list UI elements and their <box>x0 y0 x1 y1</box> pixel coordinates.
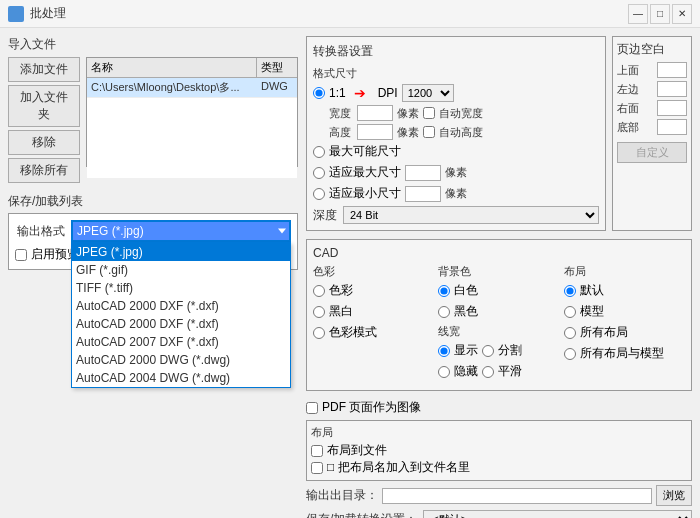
line-hide-row: 隐藏 平滑 <box>438 363 559 380</box>
format-option-0[interactable]: JPEG (*.jpg) <box>72 243 290 261</box>
margin-bottom-input[interactable]: 0 <box>657 119 687 135</box>
format-option-2[interactable]: TIFF (*.tiff) <box>72 279 290 297</box>
height-row: 高度 480 像素 自动高度 <box>329 124 599 140</box>
auto-width-checkbox[interactable] <box>423 107 435 119</box>
cad-color-radio[interactable] <box>313 285 325 297</box>
cad-colormode-radio[interactable] <box>313 327 325 339</box>
close-button[interactable]: ✕ <box>672 4 692 24</box>
selected-format-text: JPEG (*.jpg) <box>77 224 144 238</box>
layout-name-checkbox[interactable] <box>311 462 323 474</box>
cad-black-radio-row: 黑色 <box>438 303 559 320</box>
cad-black-radio[interactable] <box>438 306 450 318</box>
format-option-4[interactable]: AutoCAD 2000 DXF (*.dxf) <box>72 315 290 333</box>
browse-button[interactable]: 浏览 <box>656 485 692 506</box>
save-section-label: 保存/加载列表 <box>8 193 298 210</box>
fit-max-input[interactable]: 640 <box>405 165 441 181</box>
height-input[interactable]: 480 <box>357 124 393 140</box>
fit-min-radio[interactable] <box>313 188 325 200</box>
depth-select[interactable]: 24 Bit 1 Bit 8 Bit 16 Bit 32 Bit <box>343 206 599 224</box>
output-row: 输出出目录： C:\Users\Mloong\Documents\CADEdit… <box>306 485 692 506</box>
cad-color-label: 色彩 <box>329 282 353 299</box>
col-name: 名称 <box>87 58 257 77</box>
ratio-1-1-label: 1:1 <box>329 86 346 100</box>
cad-bw-radio[interactable] <box>313 306 325 318</box>
width-input[interactable]: 640 <box>357 105 393 121</box>
import-buttons: 添加文件 加入文件夹 移除 移除所有 <box>8 57 80 183</box>
customize-button[interactable]: 自定义 <box>617 142 687 163</box>
minimize-button[interactable]: — <box>628 4 648 24</box>
table-body: C:\Users\Mloong\Desktop\多... DWG <box>87 78 297 178</box>
line-show-radio[interactable] <box>438 345 450 357</box>
converter-title: 转换器设置 <box>313 43 599 60</box>
fit-min-input[interactable]: 480 <box>405 186 441 202</box>
add-file-button[interactable]: 添加文件 <box>8 57 80 82</box>
format-option-7[interactable]: AutoCAD 2004 DWG (*.dwg) <box>72 369 290 387</box>
margin-right-row: 右面 0 <box>617 100 687 116</box>
import-label: 导入文件 <box>8 36 298 53</box>
line-flat-radio[interactable] <box>482 366 494 378</box>
layout-to-file-label: 布局到文件 <box>327 442 387 459</box>
format-dropdown[interactable]: JPEG (*.jpg) JPEG (*.jpg) GIF (*.gif) TI… <box>71 220 291 242</box>
bottom-section: PDF 页面作为图像 布局 布局到文件 □ 把布局名加入到文件名里 输出出目录：… <box>306 399 692 518</box>
ratio-1-1-radio[interactable] <box>313 87 325 99</box>
format-option-6[interactable]: AutoCAD 2000 DWG (*.dwg) <box>72 351 290 369</box>
layout-all-radio[interactable] <box>564 327 576 339</box>
width-unit: 像素 <box>397 106 419 121</box>
file-path: C:\Users\Mloong\Desktop\多... <box>87 78 257 97</box>
cad-bw-radio-row: 黑白 <box>313 303 434 320</box>
format-option-1[interactable]: GIF (*.gif) <box>72 261 290 279</box>
cad-black-label: 黑色 <box>454 303 478 320</box>
remove-button[interactable]: 移除 <box>8 130 80 155</box>
format-row: 输出格式 JPEG (*.jpg) JPEG (*.jpg) GIF (*.gi… <box>15 220 291 242</box>
cad-white-radio-row: 白色 <box>438 282 559 299</box>
dpi-select[interactable]: 1200 600 300 150 96 72 <box>402 84 454 102</box>
window-controls: — □ ✕ <box>628 4 692 24</box>
right-top: 转换器设置 格式尺寸 1:1 ➔ DPI 1200 600 300 150 96 <box>306 36 692 231</box>
layout-model-radio[interactable] <box>564 306 576 318</box>
line-split-label: 分割 <box>498 342 522 359</box>
margin-top-row: 上面 0 <box>617 62 687 78</box>
pdf-checkbox[interactable] <box>306 402 318 414</box>
right-panel: 转换器设置 格式尺寸 1:1 ➔ DPI 1200 600 300 150 96 <box>306 36 692 510</box>
save-config-select[interactable]: <默认> <box>423 510 692 518</box>
output-path-input[interactable]: C:\Users\Mloong\Documents\CADEditorX 14\… <box>382 488 652 504</box>
margin-top-input[interactable]: 0 <box>657 62 687 78</box>
cad-color-radio-row: 色彩 <box>313 282 434 299</box>
layout-all-model-radio[interactable] <box>564 348 576 360</box>
line-hide-radio[interactable] <box>438 366 450 378</box>
layout-default-radio[interactable] <box>564 285 576 297</box>
table-row[interactable]: C:\Users\Mloong\Desktop\多... DWG <box>87 78 297 98</box>
layout-default-label: 默认 <box>580 282 604 299</box>
margin-left-input[interactable]: 0 <box>657 81 687 97</box>
cad-white-radio[interactable] <box>438 285 450 297</box>
fit-max-radio[interactable] <box>313 167 325 179</box>
fit-min-row: 适应最小尺寸 480 像素 <box>313 185 599 202</box>
save-config-row: 保存/加载转换设置： <默认> <box>306 510 692 518</box>
line-hide-label: 隐藏 <box>454 363 478 380</box>
title-bar: 批处理 — □ ✕ <box>0 0 700 28</box>
preview-checkbox[interactable] <box>15 249 27 261</box>
dropdown-selected[interactable]: JPEG (*.jpg) <box>71 220 291 242</box>
remove-all-button[interactable]: 移除所有 <box>8 158 80 183</box>
height-unit: 像素 <box>397 125 419 140</box>
window-title: 批处理 <box>30 5 66 22</box>
format-option-3[interactable]: AutoCAD 2000 DXF (*.dxf) <box>72 297 290 315</box>
format-option-5[interactable]: AutoCAD 2007 DXF (*.dxf) <box>72 333 290 351</box>
cad-colormode-radio-row: 色彩模式 <box>313 324 434 341</box>
layout-title: 布局 <box>311 425 687 440</box>
format-size-label: 格式尺寸 <box>313 66 599 81</box>
layout-default-row: 默认 <box>564 282 685 299</box>
margin-left-label: 左边 <box>617 82 639 97</box>
file-table: 名称 类型 C:\Users\Mloong\Desktop\多... DWG <box>86 57 298 167</box>
auto-height-checkbox[interactable] <box>423 126 435 138</box>
margin-title: 页边空白 <box>617 41 687 58</box>
max-size-radio[interactable] <box>313 146 325 158</box>
margin-right-input[interactable]: 0 <box>657 100 687 116</box>
cad-bg-title: 背景色 <box>438 264 559 279</box>
layout-all-row: 所有布局 <box>564 324 685 341</box>
maximize-button[interactable]: □ <box>650 4 670 24</box>
layout-to-file-checkbox[interactable] <box>311 445 323 457</box>
margin-section: 页边空白 上面 0 左边 0 右面 0 底部 0 自定义 <box>612 36 692 231</box>
add-folder-button[interactable]: 加入文件夹 <box>8 85 80 127</box>
line-split-radio[interactable] <box>482 345 494 357</box>
